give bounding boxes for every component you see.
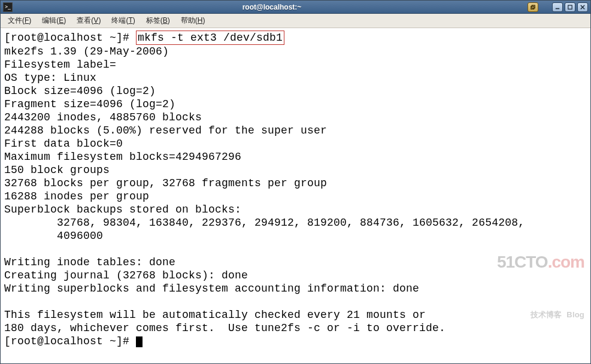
- terminal-output-line: Writing superblocks and filesystem accou…: [4, 283, 419, 295]
- terminal-icon: [3, 2, 13, 12]
- terminal-output-line: Creating journal (32768 blocks): done: [4, 269, 248, 281]
- svg-rect-0: [531, 6, 534, 9]
- terminal-output-line: 4096000: [4, 230, 103, 242]
- terminal-output-line: 2443200 inodes, 4885760 blocks: [4, 111, 202, 123]
- terminal-output-line: 150 block groups: [4, 164, 110, 176]
- menu-view[interactable]: 查看(V): [72, 14, 105, 28]
- highlighted-command: mkfs -t ext3 /dev/sdb1: [136, 31, 284, 45]
- menubar: 文件(F) 编辑(E) 查看(V) 终端(T) 标签(B) 帮助(H): [1, 14, 590, 28]
- menu-help[interactable]: 帮助(H): [176, 14, 210, 28]
- terminal-output-line: First data block=0: [4, 138, 123, 150]
- menu-tabs[interactable]: 标签(B): [141, 14, 175, 28]
- window-controls: [528, 2, 588, 12]
- terminal-output-line: 16288 inodes per group: [4, 190, 149, 202]
- terminal-output-line: Block size=4096 (log=2): [4, 85, 156, 97]
- prompt: [root@localhost ~]#: [4, 335, 136, 347]
- menu-file[interactable]: 文件(F): [3, 14, 36, 28]
- minimize-button[interactable]: [552, 2, 563, 12]
- watermark-suffix: .com: [548, 253, 584, 271]
- menu-terminal[interactable]: 终端(T): [107, 14, 140, 28]
- terminal-output-line: Fragment size=4096 (log=2): [4, 98, 175, 110]
- terminal-output-line: 180 days, whichever comes first. Use tun…: [4, 322, 445, 334]
- svg-rect-1: [532, 5, 535, 8]
- terminal-output-line: OS type: Linux: [4, 72, 96, 84]
- terminal-output-line: Writing inode tables: done: [4, 256, 360, 268]
- terminal-output-line: 32768 blocks per group, 32768 fragments …: [4, 177, 327, 189]
- terminal-output-line: This filesystem will be automatically ch…: [4, 309, 426, 321]
- terminal-viewport[interactable]: [root@localhost ~]# mkfs -t ext3 /dev/sd…: [1, 28, 590, 363]
- watermark-domain: 51CTO: [497, 253, 548, 271]
- menu-edit[interactable]: 编辑(E): [37, 14, 71, 28]
- terminal-output-line: 32768, 98304, 163840, 229376, 294912, 81…: [4, 217, 531, 229]
- terminal-output-line: Maximum filesystem blocks=4294967296: [4, 151, 241, 163]
- terminal-output-line: mke2fs 1.39 (29-May-2006): [4, 46, 169, 57]
- terminal-window: root@localhost:~ 文件(F) 编辑(E) 查看(V) 终端(T)…: [0, 0, 591, 364]
- close-button[interactable]: [577, 2, 588, 12]
- watermark-tagline: 技术博客 Blog: [465, 308, 584, 321]
- prompt: [root@localhost ~]#: [4, 32, 136, 44]
- window-title: root@localhost:~: [16, 3, 528, 11]
- watermark: 51CTO.com 技术博客 Blog: [465, 216, 584, 348]
- titlebar[interactable]: root@localhost:~: [1, 1, 590, 14]
- maximize-button[interactable]: [565, 2, 575, 12]
- cursor: [136, 336, 143, 347]
- svg-rect-3: [568, 5, 572, 8]
- terminal-output-line: Filesystem label=: [4, 59, 116, 71]
- terminal-output-line: 244288 blocks (5.00%) reserved for the s…: [4, 125, 327, 136]
- terminal-output-line: Superblock backups stored on blocks:: [4, 204, 248, 216]
- restore-button-extra[interactable]: [528, 2, 538, 12]
